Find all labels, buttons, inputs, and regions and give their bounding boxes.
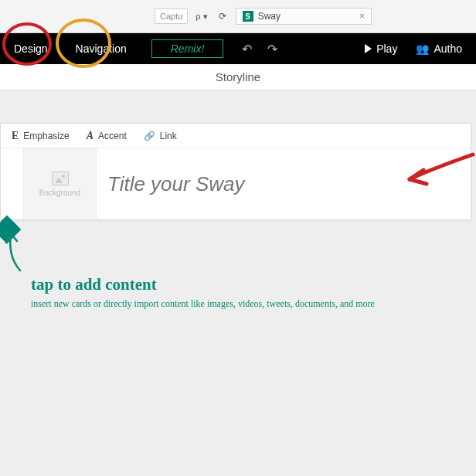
emphasize-label: Emphasize (23, 131, 69, 141)
refresh-icon[interactable]: ⟳ (216, 11, 230, 22)
redo-button[interactable]: ↷ (260, 33, 285, 64)
app-toolbar: Design Navigation Remix! ↶ ↷ Play 👥 Auth… (0, 33, 476, 64)
search-icon[interactable]: ρ ▾ (192, 12, 210, 22)
annotation-sub: insert new cards or directly import cont… (31, 298, 375, 310)
design-tab[interactable]: Design (0, 33, 62, 64)
navigation-tab[interactable]: Navigation (62, 33, 141, 64)
format-bar: E Emphasize A Accent 🔗 Link (1, 124, 471, 148)
accent-label: Accent (98, 131, 127, 141)
search-placeholder: Captu (160, 12, 182, 21)
link-button[interactable]: 🔗 Link (144, 131, 177, 141)
undo-button[interactable]: ↶ (234, 33, 260, 64)
people-icon: 👥 (416, 42, 429, 55)
authors-button[interactable]: 👥 Autho (408, 42, 470, 55)
link-label: Link (160, 131, 177, 141)
browser-address-bar: Captu ρ ▾ ⟳ S Sway × (0, 0, 476, 33)
accent-button[interactable]: A Accent (87, 130, 127, 142)
link-icon: 🔗 (144, 131, 155, 141)
sway-app-icon: S (243, 11, 253, 22)
play-button[interactable]: Play (354, 42, 408, 55)
annotation-main: tap to add content (31, 275, 157, 294)
close-icon[interactable]: × (359, 11, 365, 22)
play-icon (365, 44, 372, 53)
title-card: E Emphasize A Accent 🔗 Link Background (0, 123, 471, 220)
emphasize-icon: E (12, 130, 19, 142)
card-grip[interactable] (1, 148, 24, 219)
image-icon (52, 172, 69, 185)
page-title: Storyline (0, 64, 476, 90)
browser-tab-sway[interactable]: S Sway × (236, 8, 372, 25)
background-picker[interactable]: Background (24, 148, 97, 219)
authors-label: Autho (434, 42, 462, 55)
address-search-box[interactable]: Captu (155, 8, 188, 24)
background-label: Background (39, 189, 80, 197)
play-label: Play (376, 42, 397, 55)
title-input[interactable] (107, 172, 460, 196)
emphasize-button[interactable]: E Emphasize (12, 130, 70, 142)
accent-icon: A (87, 130, 94, 142)
tab-label: Sway (258, 11, 280, 22)
remix-button[interactable]: Remix! (151, 39, 224, 58)
